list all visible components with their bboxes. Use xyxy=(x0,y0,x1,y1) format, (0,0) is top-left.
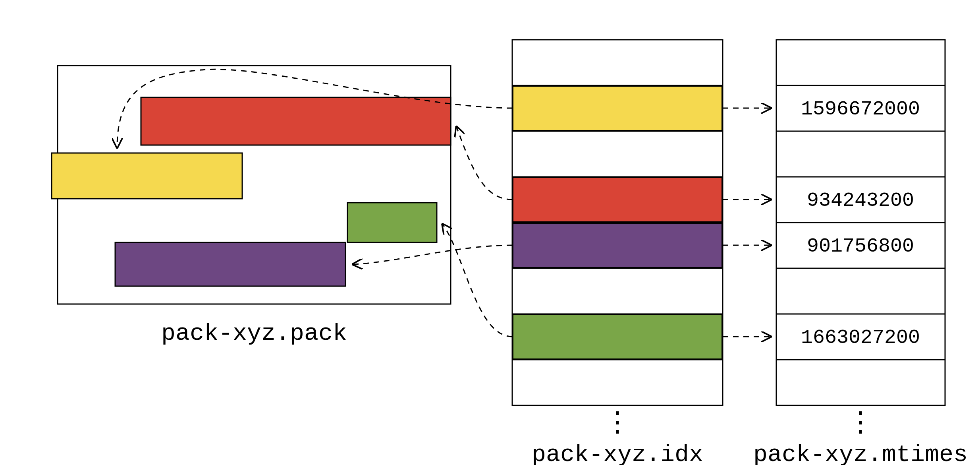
mtime-value-4: 901756800 xyxy=(807,235,914,258)
mtimes-ellipsis: ⋮ xyxy=(847,408,874,440)
idx-entry-yellow xyxy=(513,86,722,131)
idx-entry-purple xyxy=(513,223,722,268)
idx-label: pack-xyz.idx xyxy=(532,441,703,465)
idx-ellipsis: ⋮ xyxy=(604,408,631,440)
mtime-value-1: 1596672000 xyxy=(801,98,920,120)
arrow-idx-to-pack-green xyxy=(443,225,512,337)
mtime-value-3: 934243200 xyxy=(807,189,914,212)
idx-column xyxy=(512,40,723,405)
diagram-canvas: pack-xyz.pack ⋮ pack-xyz.idx 1596672000 … xyxy=(0,0,980,465)
idx-entry-green xyxy=(513,315,722,359)
arrow-idx-to-pack-red xyxy=(457,127,512,200)
mtime-value-6: 1663027200 xyxy=(801,326,920,349)
mtimes-column: 1596672000 934243200 901756800 166302720… xyxy=(776,40,945,405)
pack-file-box xyxy=(52,66,451,304)
mtimes-label: pack-xyz.mtimes xyxy=(753,441,968,465)
pack-object-red xyxy=(141,97,451,145)
idx-entry-red xyxy=(513,178,722,222)
pack-object-green xyxy=(347,203,437,242)
pack-file-label: pack-xyz.pack xyxy=(161,320,347,347)
pack-object-yellow xyxy=(52,153,242,199)
pack-object-purple xyxy=(115,242,345,286)
